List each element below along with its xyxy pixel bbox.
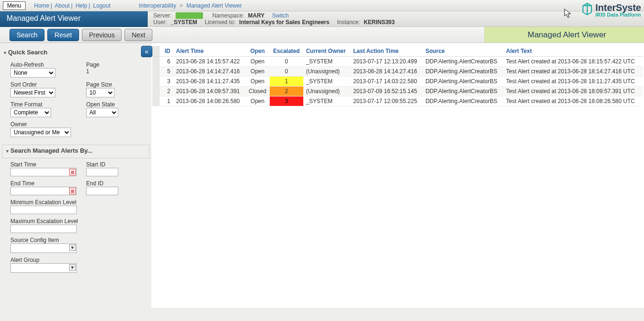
page-size-label: Page Size <box>86 81 143 88</box>
end-time-label: End Time <box>10 180 86 187</box>
quick-search-header[interactable]: Quick Search <box>2 45 150 59</box>
end-time-input[interactable] <box>10 187 77 195</box>
page-caption: Managed Alert Viewer <box>485 27 644 43</box>
cell-alert-time: 2013-06-28 14:14:27.416 <box>173 67 246 77</box>
cell-alert-text: Test Alert created at 2013-06-28 18:15:5… <box>503 57 643 67</box>
advanced-search-header[interactable]: Search Managed Alerts By... <box>4 146 147 157</box>
cell-escalated: 1 <box>270 77 303 87</box>
search-sidebar: « Quick Search Auto-Refresh None Page 1 … <box>0 43 151 287</box>
crumb-interop[interactable]: Interoperability <box>139 2 176 9</box>
col-alert-text[interactable]: Alert Text <box>503 46 643 57</box>
row-handle[interactable] <box>152 96 159 106</box>
cell-open: Open <box>246 77 270 87</box>
cell-escalated: 0 <box>270 67 303 77</box>
link-logout[interactable]: Logout <box>93 2 111 9</box>
product-logo: InterSyste IRIS Data Platform <box>581 2 641 18</box>
cell-owner: _SYSTEM <box>303 77 351 87</box>
table-row[interactable]: 62013-06-28 14:15:57.422Open0_SYSTEM2013… <box>152 57 643 67</box>
cell-alert-time: 2013-06-28 14:08:26.580 <box>173 96 246 106</box>
namespace-value: MARY <box>248 12 265 19</box>
row-handle[interactable] <box>152 57 159 67</box>
row-handle[interactable] <box>152 87 159 96</box>
min-esc-input[interactable] <box>10 206 77 214</box>
sort-order-label: Sort Order <box>10 81 86 88</box>
end-id-input[interactable] <box>86 187 118 195</box>
link-help[interactable]: Help <box>76 2 88 9</box>
chevron-down-icon[interactable]: ▼ <box>69 244 76 251</box>
cell-alert-time: 2013-06-28 14:09:57.391 <box>173 87 246 96</box>
action-bar: Search Reset Previous Next Managed Alert… <box>0 27 644 43</box>
logo-name: InterSyste <box>595 3 641 12</box>
start-id-label: Start ID <box>86 161 143 168</box>
calendar-icon[interactable]: ▦ <box>69 188 76 194</box>
link-home[interactable]: Home <box>34 2 49 9</box>
switch-link[interactable]: Switch <box>272 12 289 19</box>
col-alert-time[interactable]: Alert Time <box>173 46 246 57</box>
cell-last-action: 2013-07-09 16:52:15.145 <box>351 87 423 96</box>
cell-last-action: 2013-06-28 14:14:27.416 <box>351 67 423 77</box>
col-id[interactable]: ID <box>159 46 173 57</box>
reset-button[interactable]: Reset <box>47 29 79 41</box>
search-button[interactable]: Search <box>9 29 44 41</box>
cell-escalated: 2 <box>270 87 303 96</box>
open-state-select[interactable]: All <box>86 108 118 117</box>
cell-alert-time: 2013-06-28 14:11:27.435 <box>173 77 246 87</box>
sort-order-select[interactable]: Newest First <box>10 88 55 97</box>
col-escalated[interactable]: Escalated <box>270 46 303 57</box>
max-esc-label: Maximum Escalation Level <box>10 218 143 225</box>
logo-subtitle: IRIS Data Platform <box>595 12 641 17</box>
cell-id: 5 <box>159 67 173 77</box>
licensed-label: Licensed to: <box>205 19 236 26</box>
time-format-select[interactable]: Complete <box>10 108 51 117</box>
previous-button[interactable]: Previous <box>82 29 122 41</box>
owner-select[interactable]: Unassigned or Me <box>10 128 71 137</box>
col-open[interactable]: Open <box>246 46 270 57</box>
row-handle[interactable] <box>152 77 159 87</box>
col-current-owner[interactable]: Current Owner <box>303 46 351 57</box>
cell-last-action: 2013-07-17 14:03:22.580 <box>351 77 423 87</box>
server-label: Server: <box>153 12 172 19</box>
cell-owner: _SYSTEM <box>303 57 351 67</box>
cell-source: DDP.Alerting.AlertCreatorBS <box>423 67 503 77</box>
col-last-action-time[interactable]: Last Action Time <box>351 46 423 57</box>
source-config-input[interactable] <box>10 243 77 253</box>
page-size-select[interactable]: 10 <box>86 88 115 97</box>
cell-source: DDP.Alerting.AlertCreatorBS <box>423 57 503 67</box>
cell-owner: (Unassigned) <box>303 87 351 96</box>
table-row[interactable]: 32013-06-28 14:11:27.435Open1_SYSTEM2013… <box>152 77 643 87</box>
cell-escalated: 0 <box>270 57 303 67</box>
crumb-current[interactable]: Managed Alert Viewer <box>186 2 242 9</box>
next-button[interactable]: Next <box>124 29 152 41</box>
max-esc-input[interactable] <box>10 225 77 233</box>
calendar-icon[interactable]: ▦ <box>69 169 76 175</box>
alert-group-input[interactable] <box>10 263 77 273</box>
start-time-input[interactable] <box>10 168 77 176</box>
cell-source: DDP.Alerting.AlertCreatorBS <box>423 96 503 106</box>
auto-refresh-select[interactable]: None <box>10 68 55 78</box>
instance-value: KERINS393 <box>364 19 395 26</box>
context-info: Server: Namespace: MARY Switch User: _SY… <box>148 11 644 27</box>
table-row[interactable]: 52013-06-28 14:14:27.416Open0(Unassigned… <box>152 67 643 77</box>
start-id-input[interactable] <box>86 168 118 176</box>
user-value: _SYSTEM <box>171 19 197 26</box>
page-label: Page <box>86 61 143 68</box>
table-row[interactable]: 12013-06-28 14:08:26.580Open3_SYSTEM2013… <box>152 96 643 106</box>
cell-last-action: 2013-07-17 12:09:55.225 <box>351 96 423 106</box>
cell-source: DDP.Alerting.AlertCreatorBS <box>423 77 503 87</box>
link-about[interactable]: About <box>55 2 70 9</box>
cell-source: DDP.Alerting.AlertCreatorBS <box>423 87 503 96</box>
menu-button[interactable]: Menu <box>3 1 26 10</box>
row-handle[interactable] <box>152 67 159 77</box>
table-row[interactable]: 22013-06-28 14:09:57.391Closed2(Unassign… <box>152 87 643 96</box>
collapse-sidebar-button[interactable]: « <box>141 46 152 57</box>
cell-owner: _SYSTEM <box>303 96 351 106</box>
time-format-label: Time Format <box>10 101 86 108</box>
col-source[interactable]: Source <box>423 46 503 57</box>
owner-label: Owner <box>10 121 143 128</box>
chevron-down-icon[interactable]: ▼ <box>69 264 76 271</box>
cell-alert-text: Test Alert created at 2013-06-28 18:08:2… <box>503 96 643 106</box>
cell-alert-text: Test Alert created at 2013-06-28 18:11:2… <box>503 77 643 87</box>
cell-alert-time: 2013-06-28 14:15:57.422 <box>173 57 246 67</box>
open-state-label: Open State <box>86 101 143 108</box>
cell-id: 3 <box>159 77 173 87</box>
